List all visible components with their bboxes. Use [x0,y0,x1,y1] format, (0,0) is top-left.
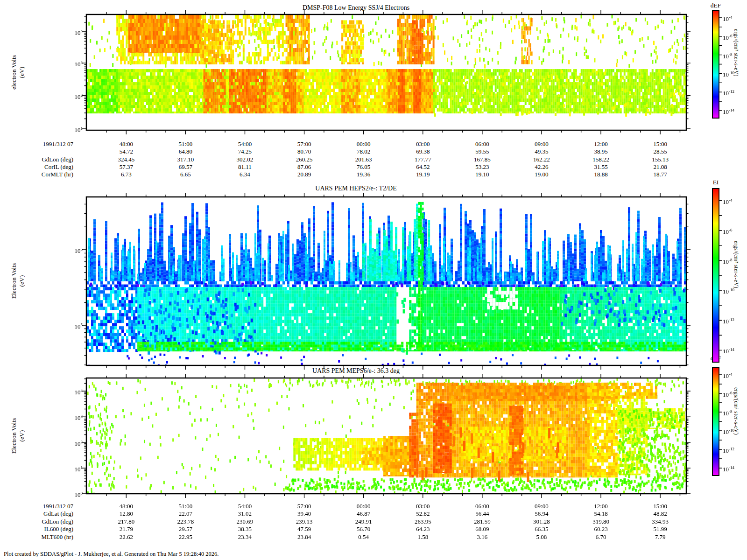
tick-label-exponent: -8 [729,52,733,57]
x-tick-time-label: 54:00 [224,503,266,510]
y-tick-label: 103 [61,413,83,422]
y-tick-label: 101 [61,125,83,134]
annotation-value: 56.94 [521,510,563,518]
annotation-value: 29.57 [164,525,206,533]
annotation-value: 49.35 [521,148,563,155]
panel2-colorbar-units: ergs/(cm² ster-s-eV) [733,241,739,288]
x-tick-time-label: 03:00 [402,503,444,510]
tick-label-exponent: -14 [729,465,734,470]
tick-label-exponent: 4 [81,29,83,34]
annotation-value: 28.55 [639,148,681,155]
colorbar-tick-label: 10-8 [723,256,733,266]
tick-label-base: 10 [723,410,729,417]
tick-label-base: 10 [723,391,729,398]
annotation-row-label: CorIL (deg) [7,163,73,171]
colorbar-tick-label: 10-14 [723,464,734,473]
annotation-value: 64.52 [402,163,444,171]
annotation-row-label: MLT600 (hr) [7,533,73,541]
annotation-value: 1.58 [402,533,444,541]
tick-label-exponent: 3 [81,60,83,65]
tick-label-base: 10 [75,61,81,68]
plot-credit-footer: Plot created by SDDAS/gPlot - J. Mukherj… [4,551,218,558]
panel2-y-axis-label: Electron Volts (eV) [10,234,26,328]
annotation-value: 78.02 [343,148,385,155]
annotation-value: 38.95 [580,148,622,155]
panel2-spectrogram-canvas [80,190,693,372]
tick-label-base: 10 [723,108,729,115]
annotation-value: 3.16 [461,533,503,541]
annotation-value: 223.78 [164,518,206,525]
tick-label-exponent: -14 [729,347,734,352]
tick-label-base: 10 [723,348,729,355]
annotation-value: 18.88 [580,171,622,178]
annotation-value: 59.55 [461,148,503,155]
annotation-value: 31.55 [580,163,622,171]
annotation-value: 60.23 [580,525,622,533]
x-tick-time-label: 54:00 [224,140,266,148]
x-tick-time-label: 06:00 [461,140,503,148]
panel1-y-axis-label-line2: (eV) [18,26,26,119]
annotation-value: 22.07 [164,510,206,518]
annotation-value: 0.54 [343,533,385,541]
panel1-y-axis-label: electron Volts (eV) [10,26,26,119]
x-tick-time-label: 12:00 [580,140,622,148]
tick-label-exponent: -6 [729,228,733,232]
tick-label-base: 10 [723,71,729,78]
tick-label-base: 10 [75,93,81,100]
panel3-spectrogram-canvas [80,371,693,500]
tick-label-exponent: -8 [729,258,733,262]
tick-label-exponent: -12 [729,317,734,322]
annotation-value: 87.06 [283,163,325,171]
annotation-value: 38.35 [224,525,266,533]
tick-label-base: 10 [75,29,81,36]
y-tick-label: 102 [61,91,83,101]
tick-label-base: 10 [75,126,81,133]
annotation-value: 64.23 [402,525,444,533]
annotation-value: 167.85 [461,156,503,163]
tick-label-exponent: 0 [81,491,83,496]
annotation-value: 56.70 [343,525,385,533]
annotation-row-label: GdLon (deg) [7,518,73,525]
colorbar-tick-label: 10-12 [723,445,734,455]
tick-label-exponent: -4 [729,372,733,377]
annotation-value: 239.13 [283,518,325,525]
tick-label-base: 10 [723,466,729,473]
annotation-value: 48.82 [639,510,681,518]
annotation-value: 47.59 [283,525,325,533]
tick-label-base: 10 [75,414,81,421]
x-tick-time-label: 09:00 [521,140,563,148]
tick-label-base: 10 [75,247,81,254]
tick-label-base: 10 [75,323,81,330]
annotation-value: 18.77 [639,171,681,178]
annotation-value: 53.23 [461,163,503,171]
annotation-value: 66.35 [521,525,563,533]
annotation-value: 317.10 [164,156,206,163]
annotation-value: 54.18 [580,510,622,518]
tick-label-exponent: 5 [81,322,83,327]
annotation-value: 56.44 [461,510,503,518]
annotation-value: 12.80 [105,510,147,518]
colorbar-tick-label: 10-10 [723,427,734,436]
tick-label-exponent: 1 [81,126,83,131]
tick-label-base: 10 [75,491,81,498]
annotation-value: 23.84 [283,533,325,541]
annotation-value: 5.08 [521,533,563,541]
x-tick-time-label: 48:00 [105,140,147,148]
panel1-spectrogram-canvas [80,8,693,137]
tick-label-exponent: -10 [729,428,734,433]
y-tick-label: 103 [61,59,83,68]
colorbar-tick-label: 10-4 [723,14,733,23]
annotation-value: 54.72 [105,148,147,155]
annotation-value: 42.26 [521,163,563,171]
colorbar-tick-label: 10-10 [723,69,734,78]
annotation-value: 64.80 [164,148,206,155]
annotation-value: 177.77 [402,156,444,163]
annotation-value: 80.70 [283,148,325,155]
x-tick-time-label: 57:00 [283,140,325,148]
annotation-value: 23.34 [224,533,266,541]
tick-label-exponent: 3 [81,414,83,419]
tick-label-base: 10 [723,318,729,325]
annotation-value: 302.02 [224,156,266,163]
colorbar-tick-label: 10-4 [723,371,733,380]
annotation-value: 334.93 [639,518,681,525]
